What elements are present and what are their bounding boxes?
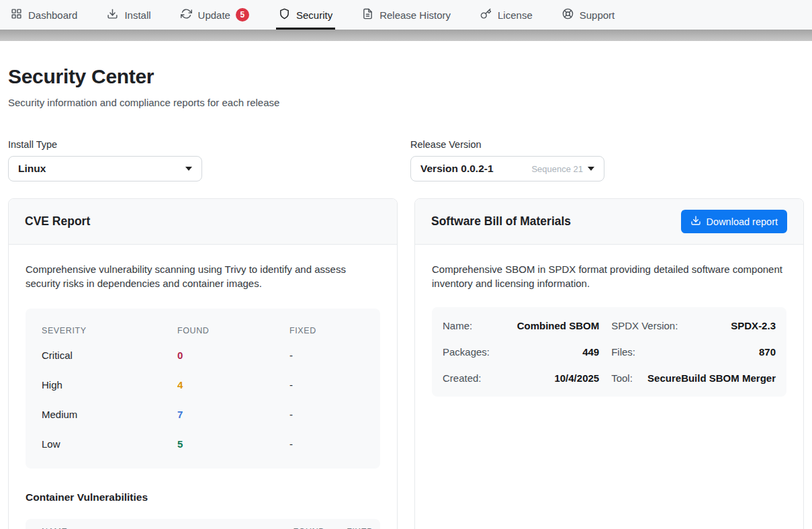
severity-table-header: Severity Found Fixed	[42, 315, 364, 341]
nav-item-security[interactable]: Security	[279, 0, 332, 30]
download-icon	[107, 8, 118, 22]
nav-shadow-band	[0, 30, 812, 41]
detail-value: 10/4/2025	[554, 372, 599, 384]
install-type-label: Install Type	[8, 139, 402, 150]
col-header-found: Found	[277, 527, 325, 529]
update-count-badge: 5	[236, 8, 249, 22]
severity-table: Severity Found Fixed Critical 0 - High 4…	[26, 309, 380, 469]
sequence-badge: Sequence 21	[531, 164, 583, 174]
detail-label: Name:	[443, 320, 472, 331]
nav-item-update[interactable]: Update 5	[181, 0, 249, 30]
cve-card-header: CVE Report	[9, 199, 397, 245]
detail-value: 870	[759, 346, 776, 358]
shield-icon	[279, 8, 290, 22]
document-icon	[362, 8, 373, 22]
fixed-count: -	[289, 438, 364, 450]
download-icon	[690, 215, 701, 228]
detail-value: SecureBuild SBOM Merger	[647, 372, 776, 384]
found-count: 7	[177, 409, 289, 420]
detail-label: SPDX Version:	[611, 320, 678, 331]
release-version-label: Release Version	[410, 139, 804, 150]
found-count: 0	[177, 350, 289, 361]
col-header-name: Name	[42, 527, 277, 529]
chevron-down-icon	[588, 167, 594, 171]
install-type-filter: Install Type Linux	[8, 139, 402, 181]
table-row-low: Low 5 -	[42, 430, 364, 459]
top-navigation: Dashboard Install Update 5 Security Rele…	[0, 0, 812, 30]
fixed-count: -	[289, 409, 364, 420]
nav-label: Release History	[379, 9, 451, 21]
table-row-medium: Medium 7 -	[42, 400, 364, 430]
sbom-detail-created: Created: 10/4/2025	[443, 372, 599, 384]
col-header-found: Found	[177, 326, 289, 335]
chevron-down-icon	[185, 167, 192, 171]
detail-label: Tool:	[611, 372, 633, 384]
key-icon	[480, 8, 492, 22]
install-type-value: Linux	[18, 163, 46, 175]
nav-label: Security	[296, 9, 332, 21]
severity-label: Low	[42, 438, 177, 450]
sbom-card-title: Software Bill of Materials	[431, 214, 571, 229]
detail-label: Created:	[443, 372, 482, 384]
release-version-value: Version 0.0.2-1	[420, 163, 494, 175]
detail-value: SPDX-2.3	[731, 320, 776, 331]
filters-row: Install Type Linux Release Version Versi…	[8, 139, 804, 181]
sbom-card-header: Software Bill of Materials Download repo…	[415, 199, 803, 245]
nav-label: Install	[124, 9, 150, 21]
cve-card-title: CVE Report	[25, 214, 90, 229]
cve-card-body: Comprehensive vulnerability scanning usi…	[9, 245, 397, 529]
nav-item-license[interactable]: License	[480, 0, 533, 30]
sbom-description: Comprehensive SBOM in SPDX format provid…	[432, 262, 786, 291]
cve-report-card: CVE Report Comprehensive vulnerability s…	[8, 198, 398, 529]
nav-item-dashboard[interactable]: Dashboard	[11, 0, 77, 30]
severity-label: Critical	[42, 350, 177, 361]
download-report-label: Download report	[707, 216, 778, 227]
sbom-detail-spdx-version: SPDX Version: SPDX-2.3	[611, 320, 776, 331]
main-content: Security Center Security information and…	[0, 41, 812, 529]
detail-label: Files:	[611, 346, 635, 358]
sbom-detail-name: Name: Combined SBOM	[443, 320, 599, 331]
cards-row: CVE Report Comprehensive vulnerability s…	[8, 198, 804, 529]
fixed-count: -	[289, 379, 364, 391]
release-version-select[interactable]: Version 0.0.2-1 Sequence 21	[410, 156, 604, 181]
table-row-high: High 4 -	[42, 370, 364, 400]
col-header-fixed: Fixed	[334, 527, 373, 529]
nav-label: Update	[198, 9, 230, 21]
container-vulnerabilities-title: Container Vulnerabilities	[26, 491, 380, 503]
fixed-count: -	[289, 350, 364, 361]
page-title: Security Center	[8, 65, 804, 88]
page-subtitle: Security information and compliance repo…	[8, 97, 804, 108]
col-header-severity: Severity	[42, 326, 177, 335]
detail-label: Packages:	[443, 346, 490, 358]
life-buoy-icon	[562, 8, 574, 22]
nav-label: License	[498, 9, 533, 21]
nav-item-support[interactable]: Support	[562, 0, 615, 30]
table-row-critical: Critical 0 -	[42, 341, 364, 370]
sbom-detail-packages: Packages: 449	[443, 346, 599, 358]
detail-value: 449	[582, 346, 599, 358]
sbom-detail-tool: Tool: SecureBuild SBOM Merger	[611, 372, 776, 384]
found-count: 4	[177, 379, 289, 391]
install-type-select[interactable]: Linux	[8, 156, 202, 181]
severity-label: High	[42, 379, 177, 391]
release-version-filter: Release Version Version 0.0.2-1 Sequence…	[410, 139, 804, 181]
col-header-fixed: Fixed	[289, 326, 364, 335]
dashboard-grid-icon	[11, 8, 22, 22]
sbom-card-body: Comprehensive SBOM in SPDX format provid…	[415, 245, 803, 414]
found-count: 5	[177, 438, 289, 450]
nav-label: Dashboard	[28, 9, 77, 21]
sbom-detail-files: Files: 870	[611, 346, 776, 358]
nav-item-release-history[interactable]: Release History	[362, 0, 451, 30]
container-table-header: Name Found Fixed	[26, 519, 380, 529]
detail-value: Combined SBOM	[517, 320, 600, 331]
sbom-card: Software Bill of Materials Download repo…	[414, 198, 804, 529]
nav-label: Support	[580, 9, 615, 21]
severity-label: Medium	[42, 409, 177, 420]
download-report-button[interactable]: Download report	[681, 210, 787, 233]
refresh-icon	[181, 8, 192, 22]
nav-item-install[interactable]: Install	[107, 0, 150, 30]
sbom-details-grid: Name: Combined SBOM SPDX Version: SPDX-2…	[432, 307, 786, 397]
cve-description: Comprehensive vulnerability scanning usi…	[26, 262, 380, 291]
